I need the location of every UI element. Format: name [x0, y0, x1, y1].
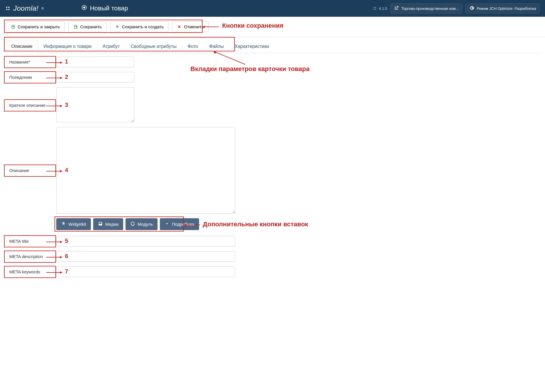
page-title: Новый товар: [90, 5, 128, 12]
image-icon: [98, 221, 103, 227]
svg-point-7: [375, 7, 376, 8]
row-name: Название* 1: [6, 57, 539, 67]
save-icon: [11, 25, 15, 29]
form-panel: Название* 1 Псевдоним 2 Краткое описание…: [0, 53, 545, 285]
label-alias: Псевдоним: [6, 72, 56, 83]
tab-free-attrs[interactable]: Свободные атрибуты: [125, 40, 182, 53]
label-meta-desc: META description: [6, 251, 56, 262]
svg-point-9: [375, 9, 376, 10]
chevron-down-icon: [164, 221, 170, 227]
svg-point-1: [8, 7, 10, 8]
input-meta-desc[interactable]: [56, 251, 235, 262]
textarea-short-desc[interactable]: [56, 87, 134, 122]
insert-buttons-row: Widgetkit Медиа Модуль Подробнее Дополни…: [56, 218, 539, 230]
gear-icon: [469, 5, 474, 12]
label-short-desc: Краткое описание: [6, 100, 56, 111]
svg-point-5: [83, 7, 85, 9]
tab-product-info[interactable]: Информация о товаре: [38, 40, 97, 53]
joomla-logo-icon: [5, 6, 10, 11]
cube-icon: [130, 221, 135, 227]
toolbar: Сохранить и закрыть Сохранить + Сохранит…: [0, 17, 545, 37]
row-meta-desc: META description 6: [6, 251, 539, 262]
cancel-button[interactable]: ✕ Отменить: [172, 21, 209, 32]
insert-module-button[interactable]: Модуль: [126, 218, 158, 230]
textarea-desc[interactable]: [56, 127, 235, 214]
site-link-button[interactable]: Торгово-производственная ком...: [390, 3, 462, 14]
svg-point-0: [6, 7, 8, 8]
svg-point-3: [8, 9, 10, 10]
insert-more-button[interactable]: Подробнее: [160, 218, 199, 230]
input-meta-keywords[interactable]: [56, 266, 235, 277]
save-button[interactable]: Сохранить: [68, 21, 107, 32]
joomla-version: 4.1.5: [372, 6, 387, 11]
widgetkit-icon: [61, 221, 66, 227]
label-name: Название*: [6, 57, 56, 67]
label-desc: Описание: [6, 165, 56, 176]
row-meta-keywords: META keywords 7: [6, 266, 539, 277]
tab-description[interactable]: Описание: [6, 40, 38, 53]
page-title-area: Новый товар: [81, 5, 128, 12]
svg-point-2: [6, 9, 8, 10]
tab-photo[interactable]: Фото: [182, 40, 204, 53]
annotation-inserts-label: Дополнительные кнопки вставок: [203, 221, 308, 228]
save-close-button[interactable]: Сохранить и закрыть: [6, 21, 65, 32]
row-alias: Псевдоним 2: [6, 72, 539, 83]
tabs: Описание Информация о товаре Атрибут Сво…: [6, 40, 539, 53]
tab-files[interactable]: Файлы: [204, 40, 229, 53]
plus-icon: +: [115, 25, 119, 29]
tab-characteristics[interactable]: Характеристики: [229, 40, 275, 53]
app-header: Joomla! ® Новый товар 4.1.5 Торгово-прои…: [0, 0, 545, 17]
save-new-button[interactable]: + Сохранить и создать: [110, 21, 168, 32]
tab-attribute[interactable]: Атрибут: [97, 40, 125, 53]
input-meta-title[interactable]: [56, 236, 235, 247]
record-icon: [81, 5, 87, 12]
svg-point-6: [374, 7, 374, 8]
row-short-desc: Краткое описание 3: [6, 87, 539, 122]
jch-mode-button[interactable]: Режим JCH Optimize: Разработка: [465, 3, 540, 14]
svg-point-8: [374, 9, 374, 10]
insert-widgetkit-button[interactable]: Widgetkit: [56, 218, 91, 230]
input-name[interactable]: [56, 57, 134, 67]
label-meta-title: META title: [6, 236, 56, 247]
insert-media-button[interactable]: Медиа: [93, 218, 123, 230]
brand-trademark: ®: [42, 7, 44, 10]
row-meta-title: META title 5: [6, 236, 539, 247]
row-desc: Описание 4: [6, 127, 539, 214]
label-meta-keywords: META keywords: [6, 266, 56, 277]
brand-text: Joomla!: [13, 4, 39, 12]
close-icon: ✕: [177, 25, 181, 29]
brand: Joomla! ®: [5, 4, 44, 12]
input-alias[interactable]: [56, 72, 134, 83]
save-icon: [73, 25, 78, 29]
external-link-icon: [394, 5, 399, 12]
